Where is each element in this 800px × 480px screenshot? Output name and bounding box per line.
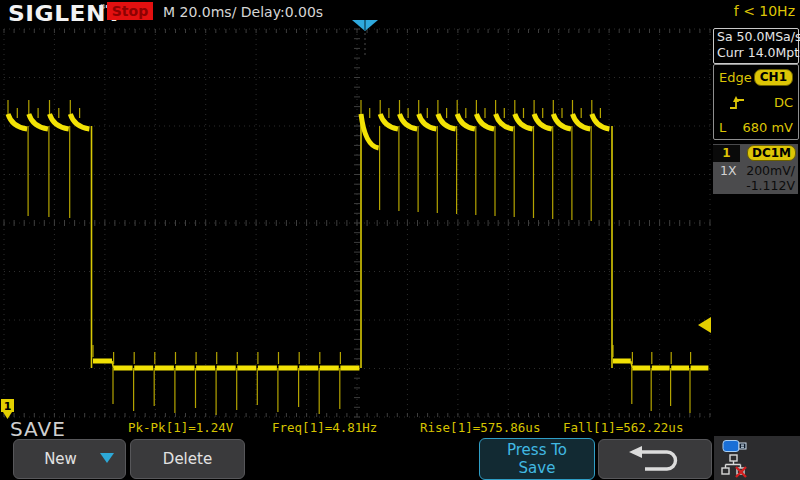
channel1-probe-readout: 1X — [720, 163, 737, 178]
channel1-coupling-badge: DC1M — [747, 145, 796, 161]
channel1-info-box: 1 DC1M 1X 200mV/ -1.112V — [713, 144, 798, 194]
oscilloscope-screen: SIGLENT ® Stop M 20.0ms/ Delay:0.00s f <… — [0, 0, 800, 480]
new-button[interactable]: New — [13, 439, 126, 479]
connectivity-status-panel — [714, 436, 800, 480]
measurement-pkpk: Pk-Pk[1]=1.24V — [128, 420, 233, 435]
top-status-bar: SIGLENT ® Stop M 20.0ms/ Delay:0.00s f <… — [0, 0, 800, 28]
trigger-type-label: Edge — [719, 70, 752, 85]
channel1-offset-readout: -1.112V — [713, 178, 798, 194]
delete-button[interactable]: Delete — [130, 439, 245, 479]
frequency-counter-readout: f < 10Hz — [734, 3, 795, 19]
trademark-symbol: ® — [99, 3, 106, 11]
waveform-display-area — [0, 28, 712, 418]
lan-disconnected-icon — [721, 454, 749, 478]
acquisition-status-badge: Stop — [107, 2, 153, 20]
trigger-coupling-readout: DC — [774, 95, 793, 110]
return-arrow-icon — [627, 445, 683, 473]
channel1-scale-readout: 200mV/ — [746, 163, 795, 178]
sampling-info-box: Sa 50.0MSa/s Curr 14.0Mpts — [713, 28, 799, 64]
trigger-level-readout: 680 mV — [742, 120, 793, 135]
trigger-info-box: Edge CH1 DC L 680 mV — [713, 64, 799, 140]
channel1-trace-edges — [92, 114, 633, 368]
return-button[interactable] — [598, 439, 712, 479]
press-to-save-line2: Save — [519, 459, 556, 477]
waveform-plot — [0, 28, 712, 418]
menu-title: SAVE — [10, 417, 66, 441]
measurement-rise: Rise[1]=575.86us — [420, 420, 540, 435]
trigger-level-label: L — [719, 120, 726, 135]
rising-edge-icon — [728, 95, 746, 111]
new-button-label: New — [44, 450, 77, 468]
measurement-freq: Freq[1]=4.81Hz — [272, 420, 377, 435]
channel1-number-chip: 1 — [713, 145, 740, 162]
press-to-save-line1: Press To — [507, 441, 567, 459]
press-to-save-button[interactable]: Press To Save — [479, 438, 595, 480]
sample-rate-readout: Sa 50.0MSa/s — [714, 29, 798, 45]
usb-device-icon — [722, 439, 750, 453]
delete-button-label: Delete — [163, 450, 212, 468]
timebase-readout: M 20.0ms/ Delay:0.00s — [163, 4, 323, 20]
trigger-source-badge: CH1 — [754, 69, 793, 86]
dropdown-arrow-icon — [100, 453, 114, 463]
memory-depth-readout: Curr 14.0Mpts — [714, 45, 798, 61]
measurement-fall: Fall[1]=562.22us — [563, 420, 683, 435]
